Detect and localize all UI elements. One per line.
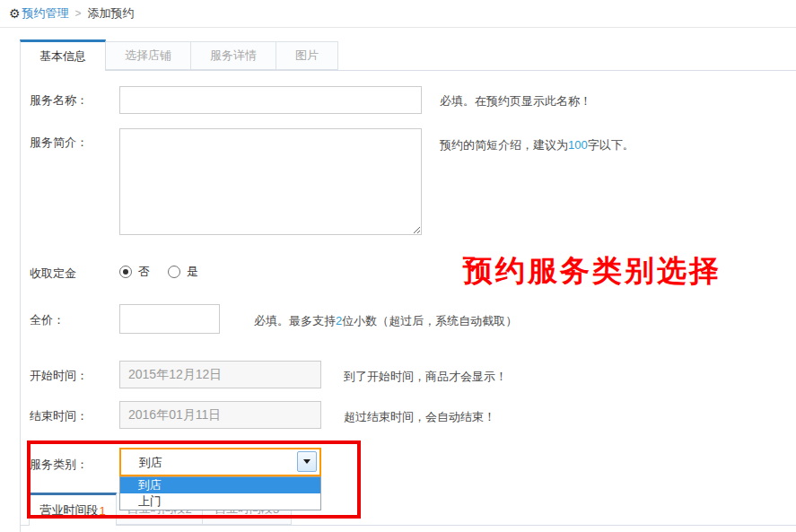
service-category-option-list: 到店 上门 bbox=[119, 476, 321, 510]
service-name-input[interactable] bbox=[119, 86, 422, 114]
tab-images[interactable]: 图片 bbox=[276, 41, 338, 70]
service-intro-label: 服务简介： bbox=[30, 135, 88, 151]
end-time-hint: 超过结束时间，会自动结束！ bbox=[344, 409, 495, 425]
tab-business-hours-1-label: 营业时间段 bbox=[39, 502, 98, 519]
category-option-daodian[interactable]: 到店 bbox=[120, 477, 320, 493]
service-name-label: 服务名称： bbox=[30, 92, 88, 109]
chevron-down-icon bbox=[303, 459, 311, 464]
service-category-select[interactable]: 到店 bbox=[119, 448, 321, 476]
breadcrumb-separator: > bbox=[75, 7, 82, 20]
full-price-hint: 必填。最多支持2位小数（超过后，系统自动截取） bbox=[254, 313, 517, 329]
service-category-dropdown-button[interactable] bbox=[297, 451, 317, 472]
end-time-input[interactable] bbox=[119, 401, 321, 429]
full-price-label: 全价： bbox=[30, 312, 65, 328]
panel-left-border bbox=[20, 70, 21, 532]
full-price-input[interactable] bbox=[119, 304, 220, 334]
start-time-input[interactable] bbox=[119, 361, 321, 388]
deposit-radio-yes-label[interactable]: 是 bbox=[187, 264, 198, 280]
tab-select-store[interactable]: 选择店铺 bbox=[106, 41, 191, 70]
start-time-label: 开始时间： bbox=[30, 368, 88, 384]
tab-basic-info[interactable]: 基本信息 bbox=[20, 39, 106, 71]
deposit-radio-group: 否 是 bbox=[119, 264, 216, 280]
service-category-selected-value: 到店 bbox=[139, 455, 162, 471]
deposit-radio-no[interactable] bbox=[119, 266, 132, 278]
deposit-label: 收取定金 bbox=[30, 266, 76, 282]
service-category-label: 服务类别： bbox=[30, 457, 88, 473]
tab-service-detail[interactable]: 服务详情 bbox=[191, 41, 276, 70]
end-time-label: 结束时间： bbox=[30, 408, 88, 424]
breadcrumb: ⚙ 预约管理 > 添加预约 bbox=[0, 0, 796, 28]
gear-icon: ⚙ bbox=[9, 6, 21, 21]
service-intro-hint: 预约的简短介绍，建议为100字以下。 bbox=[440, 137, 634, 153]
bottom-section-border bbox=[21, 525, 796, 526]
category-option-shangmen[interactable]: 上门 bbox=[120, 493, 320, 510]
breadcrumb-section-link[interactable]: 预约管理 bbox=[22, 5, 69, 22]
main-tab-bar: 基本信息 选择店铺 服务详情 图片 bbox=[20, 39, 338, 71]
breadcrumb-current-page: 添加预约 bbox=[88, 5, 135, 22]
tab-business-hours-1-num: 1 bbox=[99, 504, 105, 518]
add-appointment-page: ⚙ 预约管理 > 添加预约 基本信息 选择店铺 服务详情 图片 服务名称： 必填… bbox=[0, 0, 796, 532]
deposit-radio-yes[interactable] bbox=[168, 266, 180, 278]
annotation-highlight-text: 预约服务类别选择 bbox=[463, 251, 722, 292]
start-time-hint: 到了开始时间，商品才会显示！ bbox=[344, 369, 507, 385]
deposit-radio-no-label[interactable]: 否 bbox=[138, 264, 150, 280]
service-name-hint: 必填。在预约页显示此名称！ bbox=[440, 93, 591, 109]
tab-business-hours-1[interactable]: 营业时间段1 bbox=[29, 493, 117, 526]
service-intro-textarea[interactable] bbox=[119, 128, 422, 235]
